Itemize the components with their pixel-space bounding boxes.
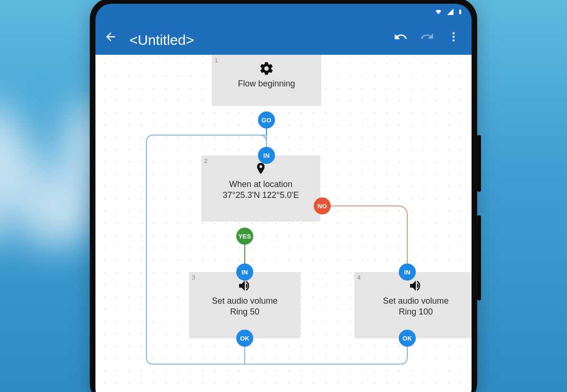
port-in[interactable]: IN — [236, 264, 253, 281]
svg-point-1 — [453, 36, 455, 38]
map-pin-icon — [201, 160, 320, 178]
flow-block-beginning[interactable]: 1 Flow beginning — [212, 55, 321, 106]
port-ok[interactable]: OK — [399, 330, 416, 347]
phone-side-button — [477, 215, 481, 300]
status-bar — [95, 4, 472, 20]
phone-frame: <Untitled> — [90, 0, 477, 392]
flow-block-volume-50[interactable]: 3 Set audio volume Ring 50 — [189, 272, 301, 338]
flow-canvas[interactable]: 1 Flow beginning GO IN 2 — [95, 55, 472, 392]
battery-icon — [457, 8, 463, 16]
redo-icon — [420, 30, 434, 44]
block-label: When at location 37°25.3'N 122°5.0'E — [201, 178, 320, 207]
port-yes[interactable]: YES — [236, 228, 253, 245]
page-title: <Untitled> — [129, 32, 389, 48]
back-button[interactable] — [99, 26, 122, 48]
overflow-menu-button[interactable] — [442, 26, 465, 48]
block-number: 1 — [215, 57, 218, 64]
wifi-icon — [434, 8, 443, 16]
block-number: 2 — [204, 157, 207, 164]
block-number: 4 — [357, 274, 361, 281]
port-ok[interactable]: OK — [236, 330, 253, 347]
gear-icon — [212, 60, 321, 77]
speaker-icon — [354, 277, 472, 295]
phone-side-button — [477, 135, 481, 192]
port-no[interactable]: NO — [314, 197, 331, 214]
block-number: 3 — [192, 274, 195, 281]
block-label: Flow beginning — [212, 77, 321, 95]
undo-button[interactable] — [389, 26, 412, 48]
redo-button[interactable] — [416, 26, 438, 48]
more-vert-icon — [447, 31, 460, 43]
cell-signal-icon — [446, 8, 455, 16]
svg-point-2 — [453, 39, 455, 41]
port-in[interactable]: IN — [258, 147, 275, 164]
flow-block-volume-100[interactable]: 4 Set audio volume Ring 100 — [354, 272, 472, 338]
port-in[interactable]: IN — [399, 264, 416, 281]
port-go[interactable]: GO — [258, 111, 275, 128]
flow-block-location[interactable]: 2 When at location 37°25.3'N 122°5.0'E — [201, 155, 320, 222]
block-label: Set audio volume Ring 100 — [354, 295, 472, 324]
arrow-left-icon — [104, 30, 117, 43]
block-label: Set audio volume Ring 50 — [189, 295, 301, 324]
undo-icon — [394, 30, 408, 44]
svg-point-0 — [453, 32, 455, 34]
